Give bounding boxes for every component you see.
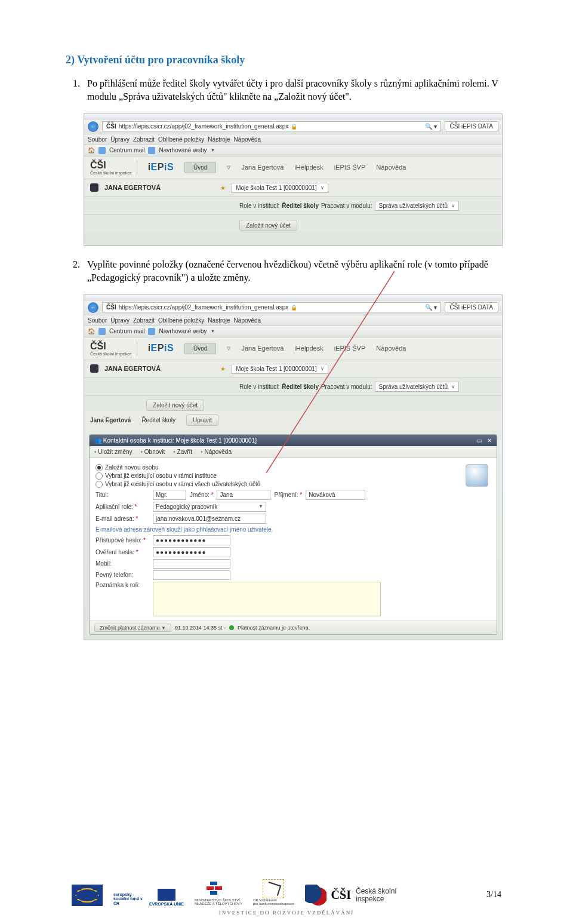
favicon-icon — [148, 328, 155, 335]
invest-caption: INVESTICE DO ROZVOJE VZDĚLÁVÁNÍ — [66, 910, 507, 916]
window-titlebar — [84, 114, 502, 119]
iepis-logo: iEPiS — [148, 343, 174, 354]
esf-logo — [72, 885, 103, 906]
input-overeni[interactable]: ●●●●●●●●●●●● — [153, 547, 230, 557]
status-text: Platnost záznamu je otevřena. — [238, 625, 310, 631]
browser-menubar[interactable]: SouborÚpravyZobrazitOblíbené položkyNást… — [84, 315, 502, 326]
module-select[interactable]: Správa uživatelských účtů∨ — [375, 201, 460, 211]
home-icon[interactable]: 🏠 — [88, 328, 95, 334]
csi-logo: ČŠIČeská školní inspekce — [90, 160, 137, 175]
label-jmeno: Jméno: * — [190, 492, 213, 498]
csi-footer-logo: ČŠI Česká školní inspekce — [305, 885, 397, 906]
screenshot-1: ← ČŠI https://iepis.csicr.cz/app/j02_fra… — [84, 113, 503, 246]
module-label: Pracovat v modulu: — [321, 202, 372, 209]
label-email: E-mail adresa: * — [96, 515, 149, 522]
status-date: 01.10.2014 14:35 st - — [175, 625, 226, 631]
edit-button[interactable]: Upravit — [186, 415, 218, 426]
input-heslo[interactable]: ●●●●●●●●●●●● — [153, 535, 230, 545]
address-bar[interactable]: ČŠIhttps://iepis.csicr.cz/app/j02_framew… — [102, 302, 441, 312]
label-mobil: Mobil: — [96, 560, 149, 567]
school-select[interactable]: Moje škola Test 1 [000000001]∨ — [232, 183, 328, 193]
browser-tab[interactable]: ČŠI iEPIS DATA — [445, 121, 498, 131]
msmt-logo: MINISTERSTVO ŠKOLSTVÍ, MLÁDEŽE A TĚLOVÝC… — [195, 882, 242, 906]
panel-toolbar: Uložit změny Obnovit Zavřít Nápověda — [90, 446, 497, 458]
user-name-cell: Jana Egertová — [90, 417, 131, 423]
browser-tab[interactable]: ČŠI iEPIS DATA — [445, 302, 498, 312]
label-aprole: Aplikační role: * — [96, 504, 149, 510]
favicon-icon — [98, 147, 106, 154]
user-icon — [90, 364, 98, 373]
star-icon: ★ — [220, 366, 226, 372]
nav-helpdesk[interactable]: iHelpdesk — [294, 164, 323, 171]
nav-help[interactable]: Nápověda — [376, 164, 406, 171]
create-account-button[interactable]: Založit nový účet — [239, 220, 297, 231]
nav-home[interactable]: Úvod — [184, 343, 216, 354]
nav-user[interactable]: Jana Egertová — [241, 345, 284, 352]
input-email[interactable]: jana.novakova.001@seznam.cz — [153, 514, 266, 524]
nav-user[interactable]: Jana Egertová — [241, 164, 284, 171]
favorites-bar[interactable]: 🏠 Centrum mail Navrhované weby▼ — [84, 326, 502, 337]
input-mobil[interactable] — [153, 559, 230, 569]
nav-svp[interactable]: iEPIS ŠVP — [334, 345, 366, 352]
star-icon: ★ — [220, 185, 226, 191]
step-2: Vyplňte povinné položky (označené červen… — [87, 258, 507, 285]
label-prijmeni: Příjmení: * — [274, 492, 302, 498]
csi-logo: ČŠIČeská školní inspekce — [90, 341, 137, 356]
input-prijmeni[interactable]: Nováková — [306, 490, 365, 500]
nav-helpdesk[interactable]: iHelpdesk — [294, 345, 323, 352]
screenshot-2: ← ČŠIhttps://iepis.csicr.cz/app/j02_fram… — [84, 294, 503, 640]
back-icon[interactable]: ← — [88, 121, 98, 132]
role-value: Ředitel školy — [282, 202, 319, 209]
status-bar: Změnit platnost záznamu ▼ 01.10.2014 14:… — [90, 621, 497, 634]
role-label: Role v instituci: — [239, 383, 279, 390]
school-select[interactable]: Moje škola Test 1 [000000001]∨ — [232, 364, 328, 374]
refresh-button[interactable]: Obnovit — [141, 449, 165, 455]
section-heading: 2) Vytvoření účtu pro pracovníka školy — [66, 54, 507, 66]
label-heslo: Přístupové heslo: * — [96, 537, 149, 544]
favicon-icon — [98, 328, 106, 335]
username-label: JANA EGERTOVÁ — [104, 365, 161, 372]
page-footer: evropský sociální fond v ČR EVROPSKÁ UNI… — [66, 879, 507, 906]
label-overeni: Ověření hesla: * — [96, 549, 149, 555]
radio-existing-all[interactable] — [96, 481, 103, 488]
create-account-button[interactable]: Založit nový účet — [146, 400, 204, 411]
save-button[interactable]: Uložit změny — [94, 449, 133, 455]
label-pozn: Poznámka k roli: — [96, 582, 149, 588]
panel-title-text: 👥 Kontaktní osoba k instituci: Moje škol… — [94, 437, 257, 444]
textarea-poznamka[interactable] — [153, 582, 381, 616]
username-label: JANA EGERTOVÁ — [104, 184, 161, 191]
window-titlebar — [84, 295, 502, 300]
close-icon[interactable]: ✕ — [487, 437, 492, 444]
browser-menubar[interactable]: SouborÚpravyZobrazitOblíbené položkyNást… — [84, 134, 502, 145]
help-button[interactable]: Nápověda — [201, 449, 232, 455]
minimize-icon[interactable]: ▭ — [476, 437, 482, 444]
input-jmeno[interactable]: Jana — [217, 490, 270, 500]
input-pevny[interactable] — [153, 570, 230, 580]
close-button[interactable]: Zavřít — [173, 449, 192, 455]
avatar-icon — [466, 464, 488, 487]
nav-home[interactable]: Úvod — [184, 162, 216, 173]
eu-flag-icon — [158, 889, 175, 901]
select-aprole[interactable]: Pedagogický pracovník▼ — [153, 502, 266, 512]
label-titul: Titul: — [96, 492, 149, 498]
radio-new-person[interactable] — [96, 464, 103, 471]
home-icon[interactable]: 🏠 — [88, 147, 95, 154]
favicon-icon — [148, 147, 155, 154]
app-header: ČŠIČeská školní inspekce iEPiS Úvod ▽ Ja… — [84, 337, 502, 360]
user-role-cell: Ředitel školy — [141, 417, 175, 423]
address-bar[interactable]: ČŠI https://iepis.csicr.cz/app/j02_frame… — [102, 121, 441, 131]
favorites-bar[interactable]: 🏠 Centrum mail Navrhované weby▼ — [84, 145, 502, 156]
email-hint: E-mailová adresa zároveň slouží jako při… — [96, 526, 491, 533]
nav-svp[interactable]: iEPIS ŠVP — [334, 164, 366, 171]
step-1: Po přihlášení může ředitel školy vytváře… — [87, 77, 507, 104]
contact-person-panel: 👥 Kontaktní osoba k instituci: Moje škol… — [89, 434, 497, 635]
validity-button[interactable]: Změnit platnost záznamu ▼ — [94, 624, 171, 632]
input-titul[interactable]: Mgr. — [153, 490, 186, 500]
nav-help[interactable]: Nápověda — [376, 345, 406, 352]
app-header: ČŠIČeská školní inspekce iEPiS Úvod ▽ Ja… — [84, 156, 502, 179]
back-icon[interactable]: ← — [88, 302, 98, 313]
radio-existing-inst[interactable] — [96, 472, 103, 480]
module-select[interactable]: Správa uživatelských účtů∨ — [375, 382, 460, 392]
role-value: Ředitel školy — [282, 383, 319, 390]
lock-icon: 🔒 — [291, 305, 297, 311]
